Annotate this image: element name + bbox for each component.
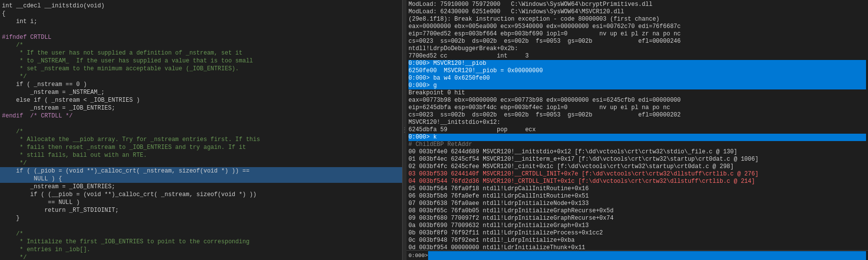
pane-divider[interactable] [403,0,407,260]
code-line: _nstream = _IOB_ENTRIES; [0,104,402,112]
code-line: _nstream = _IOB_ENTRIES; [0,183,402,191]
code-text: * fails then reset _nstream to _IOB_ENTR… [2,144,246,151]
debug-line: 6250fe00 MSVCR120!__piob = 0x00000000 [408,67,866,75]
stack-header: # ChildEBP RetAddr [408,141,866,148]
code-line: } [0,214,402,222]
code-line: */ [0,159,402,167]
stack-row: 0b 003bf8f0 76f92f11 ntdll!LdrpInitializ… [408,230,866,237]
code-text: * still fails, bail out with an RTE. [2,151,147,159]
code-text: /* [2,230,23,238]
debug-line: cs=0023 ss=002b ds=002b es=002b fs=0053 … [408,112,866,119]
code-line: */ [0,73,402,81]
code-text: #ifndef CRTDLL [2,33,52,41]
stack-row: 06 003bf5b0 76fa0efe ntdll!LdrpCallInitR… [408,193,866,200]
debug-line: 0:000> g [408,82,866,89]
code-line: return _RT_STDIOINIT; [0,206,402,214]
code-line: if ( (_piob = (void **)_calloc_crt( _nst… [0,167,402,175]
code-line: /* [0,230,402,238]
debug-line: Breakpoint 0 hit [408,89,866,97]
stack-row: 0c 003bf948 76f92ee1 ntdll!_LdrpInitiali… [408,237,866,244]
command-input[interactable] [428,251,866,260]
code-text: return _RT_STDIOINIT; [2,206,119,214]
stack-row: 04 003bf544 76fd2d36 MSVCR120!_CRTDLL_IN… [408,178,866,185]
debug-line: MSVCR120!__initstdio+0x12: [408,119,866,126]
code-text: * entries in _iob[]. [2,246,90,254]
code-line: #ifndef CRTDLL [0,33,402,41]
code-text: _nstream = _IOB_ENTRIES; [2,104,115,112]
stack-row: 09 003bf680 770097f2 ntdll!LdrpInitializ… [408,215,866,222]
stack-row: 07 003bf638 76fa0aee ntdll!LdrpInitializ… [408,200,866,207]
debug-line: eip=7700ed52 esp=003bf664 ebp=003bf690 i… [408,30,866,38]
debug-line: eip=6245dbfa esp=003bf4dc ebp=003bf4ec i… [408,104,866,112]
code-line [0,222,402,230]
code-text: == NULL ) [2,199,80,206]
debug-line: cs=0023 ss=002b ds=002b es=002b fs=0053 … [408,38,866,45]
command-bar[interactable]: 0:000> [407,250,868,260]
debug-line: 0:000> ba w4 0x6250fe00 [408,75,866,82]
code-line: int i; [0,18,402,26]
code-line: /* [0,41,402,49]
code-text: NULL ) { [2,175,62,183]
code-line: * Allocate the __piob array. Try for _ns… [0,136,402,144]
debugger-pane: ModLoad: 75910000 75972000 C:\Windows\Sy… [407,0,868,260]
code-text: { [2,10,5,18]
command-prompt: 0:000> [408,253,428,259]
code-line: == NULL ) [0,199,402,206]
debug-line: 6245dbfa 59 pop ecx [408,126,866,134]
stack-row: 01 003bf4ec 6245cf54 MSVCR120!__initterm… [408,156,866,163]
code-line: { [0,10,402,18]
code-line: * fails then reset _nstream to _IOB_ENTR… [0,144,402,151]
stack-row: 03 003bf530 6244140f MSVCR120!__CRTDLL_I… [408,171,866,178]
code-line: */ [0,254,402,260]
code-text: } [2,214,20,222]
code-text: int __cdecl __initstdio(void) [2,2,105,10]
code-text: * to _NSTREAM_ If the user has supplied … [2,57,253,65]
code-line: * to _NSTREAM_ If the user has supplied … [0,57,402,65]
code-text: * Initialize the first _IOB_ENTRIES to p… [2,238,249,246]
code-line: _nstream = _NSTREAM_; [0,88,402,96]
code-line [0,26,402,33]
code-text: /* [2,41,23,49]
code-line: NULL ) { [0,175,402,183]
code-line: int __cdecl __initstdio(void) [0,2,402,10]
debug-line: (29e8.1f18): Break instruction exception… [408,16,866,23]
code-text: #endif /* CRTDLL */ [2,112,73,120]
code-text: if ( _nstream == 0 ) [2,81,87,88]
debug-output-area: ModLoad: 75910000 75972000 C:\Windows\Sy… [407,0,868,250]
code-line: * entries in _iob[]. [0,246,402,254]
stack-row: 0d 003bf954 00000000 ntdll!LdrInitialize… [408,244,866,250]
stack-row: 08 003bf65c 76fa0b05 ntdll!LdrpInitializ… [408,207,866,215]
debug-line: 0:000> MSVCR120!__piob [408,60,866,67]
debug-line: ModLoad: 62430000 6251e000 C:\Windows\Sy… [408,8,866,16]
code-line: else if ( _nstream < _IOB_ENTRIES ) [0,96,402,104]
code-text: * If the user has not supplied a definit… [2,49,243,57]
debug-line: ntdll!LdrpDoDebuggerBreak+0x2b: [408,45,866,53]
code-line: * Initialize the first _IOB_ENTRIES to p… [0,238,402,246]
debug-line: eax=00773b98 ebx=00000000 ecx=00773b98 e… [408,97,866,104]
code-line: if ( _nstream == 0 ) [0,81,402,88]
code-text: _nstream = _IOB_ENTRIES; [2,183,115,191]
debug-line: eax=00000000 ebx=005ea000 ecx=95340000 e… [408,23,866,30]
code-text: _nstream = _NSTREAM_; [2,88,105,96]
debug-line: ModLoad: 75910000 75972000 C:\Windows\Sy… [408,1,866,8]
debug-line: 7700ed52 cc int 3 [408,53,866,60]
code-text: /* [2,128,23,136]
code-text: * set _nstream to the minimum acceptable… [2,65,239,73]
stack-row: 02 003bf4fc 6245cfee MSVCR120!_cinit+0x1… [408,163,866,171]
code-line: * still fails, bail out with an RTE. [0,151,402,159]
code-line: #endif /* CRTDLL */ [0,112,402,120]
code-text: */ [2,159,27,167]
code-text: if ( (__piob = (void **)_calloc_crt( _ns… [2,191,256,199]
stack-row: 0a 003bf690 77009632 ntdll!LdrpInitializ… [408,222,866,230]
code-line: * set _nstream to the minimum acceptable… [0,65,402,73]
code-line: * If the user has not supplied a definit… [0,49,402,57]
source-code-pane: int __cdecl __initstdio(void){ int i;#if… [0,0,403,260]
code-text: if ( (_piob = (void **)_calloc_crt( _nst… [2,167,249,175]
stack-row: 00 003bf4e0 6244d689 MSVCR120!__initstdi… [408,148,866,156]
code-text: * Allocate the __piob array. Try for _ns… [2,136,260,144]
code-text: else if ( _nstream < _IOB_ENTRIES ) [2,96,140,104]
code-line: /* [0,128,402,136]
code-text: int i; [2,18,37,26]
code-line: if ( (__piob = (void **)_calloc_crt( _ns… [0,191,402,199]
code-text: */ [2,254,27,260]
